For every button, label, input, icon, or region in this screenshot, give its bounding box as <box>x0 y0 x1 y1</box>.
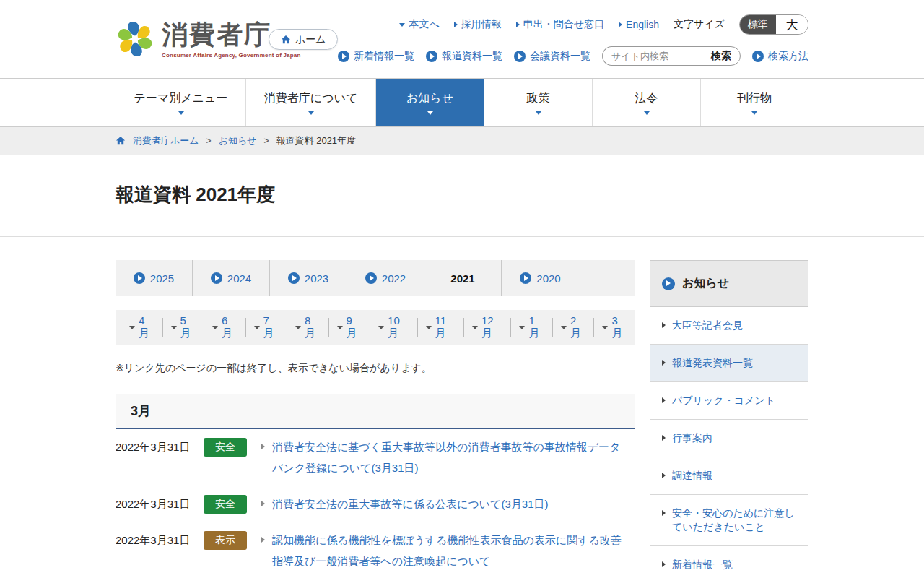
chevron-down-icon <box>295 326 301 329</box>
nav-tab-theme-menu[interactable]: テーマ別メニュー <box>116 79 245 126</box>
sidebar: お知らせ 大臣等記者会見 報道発表資料一覧 パブリック・コメント 行事案内 調達… <box>650 260 808 578</box>
english-link[interactable]: English <box>619 19 659 30</box>
arrow-circle-icon <box>752 51 764 62</box>
month-tab-8[interactable]: 8月 <box>287 318 329 337</box>
font-size-toggle: 標準 大 <box>739 14 808 35</box>
news-link[interactable]: 認知機能に係る機能性を標ぼうする機能性表示食品の表示に関する改善指導及び一般消費… <box>272 530 622 571</box>
home-button[interactable]: ホーム <box>269 29 338 50</box>
search-help-link[interactable]: 検索方法 <box>752 50 808 63</box>
year-tab-2022[interactable]: 2022 <box>347 260 424 296</box>
month-tab-5[interactable]: 5月 <box>163 318 205 337</box>
arrow-circle-icon <box>338 51 349 62</box>
arrow-right-icon <box>261 501 265 506</box>
year-tab-2021-current: 2021 <box>424 260 502 296</box>
sidebar-item-press-releases[interactable]: 報道発表資料一覧 <box>650 345 808 382</box>
to-content-link[interactable]: 本文へ <box>399 18 439 31</box>
year-tab-2020[interactable]: 2020 <box>502 260 579 296</box>
chevron-down-icon <box>561 326 567 329</box>
month-tab-6[interactable]: 6月 <box>204 318 246 337</box>
utility-links: 本文へ 採用情報 申出・問合せ窓口 English 文字サイズ 標準 大 <box>399 14 808 35</box>
arrow-right-icon <box>261 444 265 449</box>
news-row: 2022年3月31日 安全 消費者安全法に基づく重大事故等以外の消費者事故等の事… <box>116 429 635 486</box>
inquiry-link[interactable]: 申出・問合せ窓口 <box>516 18 604 31</box>
arrow-circle-icon <box>426 51 437 62</box>
arrow-circle-icon <box>134 272 145 284</box>
nav-tab-about[interactable]: 消費者庁について <box>245 79 375 126</box>
month-tab-2[interactable]: 2月 <box>553 318 595 337</box>
home-icon <box>281 35 291 45</box>
meeting-list-link[interactable]: 会議資料一覧 <box>514 50 590 63</box>
sidebar-item-press-conference[interactable]: 大臣等記者会見 <box>650 307 808 345</box>
arrow-right-icon <box>662 473 666 478</box>
chevron-down-icon <box>644 111 650 115</box>
arrow-right-icon <box>662 510 666 516</box>
news-row: 2022年3月31日 安全 消費者安全法の重大事故等に係る公表について(3月31… <box>116 486 635 522</box>
recruit-link[interactable]: 採用情報 <box>454 18 502 31</box>
search-input[interactable] <box>602 46 702 66</box>
year-tab-2025[interactable]: 2025 <box>116 260 193 296</box>
font-size-large-button[interactable]: 大 <box>776 15 808 34</box>
home-icon <box>116 136 126 146</box>
category-badge: 安全 <box>204 438 247 457</box>
chevron-down-icon <box>178 111 184 115</box>
news-date: 2022年3月31日 <box>116 530 204 551</box>
sidebar-item-events[interactable]: 行事案内 <box>650 420 808 457</box>
month-tab-10[interactable]: 10月 <box>370 318 417 337</box>
month-tab-9[interactable]: 9月 <box>329 318 371 337</box>
main-column: 2025 2024 2023 2022 2021 2020 <box>116 260 635 578</box>
chevron-down-icon <box>129 326 135 329</box>
chevron-down-icon <box>602 326 608 329</box>
nav-tab-policy[interactable]: 政策 <box>484 79 592 126</box>
month-tab-4[interactable]: 4月 <box>121 318 163 337</box>
news-link[interactable]: 消費者安全法に基づく重大事故等以外の消費者事故等の事故情報データバンク登録につい… <box>272 436 622 478</box>
search-button[interactable]: 検索 <box>702 46 741 66</box>
sidebar-item-procurement[interactable]: 調達情報 <box>650 457 808 495</box>
month-tab-3[interactable]: 3月 <box>594 318 635 337</box>
breadcrumb-home-link[interactable]: 消費者庁ホーム <box>133 134 199 147</box>
site-search: 検索 <box>602 46 741 66</box>
month-section-header: 3月 <box>116 394 635 429</box>
quick-links: 新着情報一覧 報道資料一覧 会議資料一覧 検索 検索方法 <box>338 46 808 66</box>
year-tab-2023[interactable]: 2023 <box>270 260 347 296</box>
arrow-right-icon <box>662 360 666 366</box>
chevron-down-icon <box>212 326 218 329</box>
arrow-right-icon <box>662 397 666 403</box>
new-info-list-link[interactable]: 新着情報一覧 <box>338 50 414 63</box>
title-section: 報道資料 2021年度 <box>0 155 924 237</box>
press-list-link[interactable]: 報道資料一覧 <box>426 50 502 63</box>
month-tab-12[interactable]: 12月 <box>464 318 511 337</box>
sidebar-item-safety-cautions[interactable]: 安全・安心のために注意していただきたいこと <box>650 495 808 546</box>
arrow-circle-icon <box>662 277 675 290</box>
home-button-label: ホーム <box>295 33 326 46</box>
nav-tab-publications[interactable]: 刊行物 <box>700 79 808 126</box>
month-tab-1[interactable]: 1月 <box>511 318 553 337</box>
arrow-circle-icon <box>520 272 531 284</box>
arrow-circle-icon <box>211 272 222 284</box>
news-date: 2022年3月31日 <box>116 493 204 514</box>
arrow-right-icon <box>662 561 666 567</box>
nav-tab-news[interactable]: お知らせ <box>375 79 484 126</box>
chevron-down-icon <box>337 326 343 329</box>
chevron-down-icon <box>751 111 757 115</box>
agency-name-en: Consumer Affairs Agency, Government of J… <box>162 52 301 59</box>
month-tab-7[interactable]: 7月 <box>246 318 288 337</box>
year-tab-2024[interactable]: 2024 <box>193 260 270 296</box>
sidebar-item-new-info[interactable]: 新着情報一覧 <box>650 546 808 578</box>
arrow-circle-icon <box>365 272 377 284</box>
nav-tab-law[interactable]: 法令 <box>592 79 700 126</box>
font-size-label: 文字サイズ <box>674 18 725 31</box>
chevron-down-icon <box>399 23 405 27</box>
sidebar-item-public-comment[interactable]: パブリック・コメント <box>650 382 808 420</box>
arrow-right-icon <box>619 22 622 27</box>
breadcrumb: 消費者庁ホーム > お知らせ > 報道資料 2021年度 <box>0 127 924 155</box>
month-tab-11[interactable]: 11月 <box>418 318 464 337</box>
chevron-down-icon <box>472 326 478 329</box>
page-title: 報道資料 2021年度 <box>116 182 808 207</box>
font-size-standard-button[interactable]: 標準 <box>740 15 776 34</box>
month-section-title: 3月 <box>131 402 151 420</box>
month-filter-bar: 4月 5月 6月 7月 8月 9月 10月 11月 12月 1月 2月 3月 <box>116 310 635 345</box>
chevron-down-icon <box>426 326 432 329</box>
breadcrumb-section-link[interactable]: お知らせ <box>219 134 257 147</box>
chevron-down-icon <box>427 111 433 115</box>
news-link[interactable]: 消費者安全法の重大事故等に係る公表について(3月31日) <box>272 493 548 514</box>
